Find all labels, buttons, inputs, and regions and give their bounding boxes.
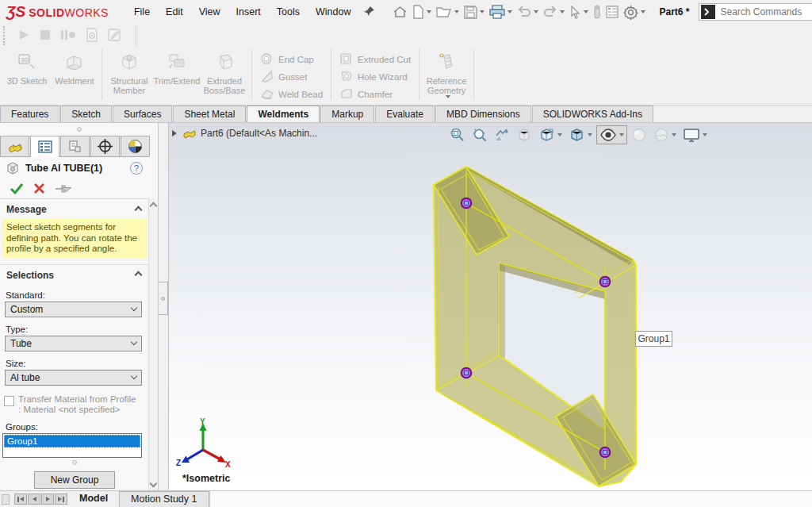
message-section-header[interactable]: Message [0,199,149,217]
ok-button[interactable] [10,182,24,195]
tab-solidworks-add-ins[interactable]: SOLIDWORKS Add-Ins [532,106,653,122]
tab-navigation-buttons [14,494,68,505]
options-list-icon[interactable] [603,4,621,20]
reference-geometry-button[interactable]: Reference Geometry [423,50,470,109]
view-orientation-button[interactable] [536,125,565,144]
path-point[interactable] [600,447,611,458]
group-list-item-selected[interactable]: Group1 [4,435,140,447]
chevron-down-icon[interactable] [588,133,592,136]
view-settings-button[interactable] [680,126,710,144]
magnet-mate-icon[interactable] [591,3,603,21]
size-dropdown[interactable]: Al tube [5,370,142,386]
panel-scrollbar[interactable] [148,199,158,490]
previous-view-button[interactable] [492,126,512,144]
menu-tools[interactable]: Tools [269,3,308,21]
menu-window[interactable]: Window [308,3,358,21]
path-point[interactable] [462,368,472,378]
splitter-knob[interactable] [159,282,168,315]
graphics-viewport[interactable]: Part6 (Default<As Machin... [169,123,812,490]
edit-appearance-button[interactable] [629,125,649,144]
gusset-button[interactable]: Gusset [255,68,312,86]
tab-propertymanager[interactable] [30,136,59,157]
tab-sheet-metal[interactable]: Sheet Metal [173,106,246,122]
tab-displaymanager[interactable] [121,136,150,156]
tab-configurationmanager[interactable] [60,136,90,156]
display-style-button[interactable] [566,125,595,144]
search-commands-box[interactable] [699,3,812,21]
chevron-down-icon[interactable] [619,133,624,136]
extruded-boss-base-button[interactable]: Extruded Boss/Base [201,50,248,95]
settings-gear-button[interactable] [621,3,648,21]
tab-markup[interactable]: Markup [320,106,374,122]
path-point[interactable] [600,277,611,287]
panel-splitter[interactable] [159,123,169,490]
previous-tab-button[interactable] [28,494,40,505]
tab-evaluate[interactable]: Evaluate [375,106,435,122]
cancel-button[interactable] [33,182,45,194]
structural-member-button[interactable]: Structural Member [105,50,153,95]
panel-resize-dot[interactable] [77,127,82,132]
menu-edit[interactable]: Edit [158,3,191,21]
3d-sketch-button[interactable]: 3D 3D Sketch [3,50,51,86]
standard-dropdown[interactable]: Custom [5,302,142,317]
zoom-to-area-button[interactable] [469,125,490,144]
section-view-button[interactable] [514,126,534,144]
pin-menu-icon[interactable] [363,5,376,20]
open-document-button[interactable] [434,3,462,21]
menu-file[interactable]: File [126,3,158,21]
chevron-down-icon[interactable] [703,133,707,136]
hide-show-items-button[interactable] [596,125,627,144]
save-button[interactable] [462,4,487,21]
extruded-cut-button[interactable]: Extruded Cut [335,51,416,68]
tab-weldments[interactable]: Weldments [247,106,320,122]
tab-motion-study-1[interactable]: Motion Study 1 [119,491,209,507]
tab-model[interactable]: Model [68,491,119,507]
menu-insert[interactable]: Insert [228,3,269,21]
tab-featuremanager[interactable] [0,136,29,156]
tab-scroll-stub[interactable] [2,494,10,505]
chamfer-button[interactable]: Chamfer [335,86,397,103]
next-tab-button[interactable] [41,494,54,505]
weld-bead-button[interactable]: Weld Bead [255,86,327,103]
help-icon[interactable]: ? [130,162,143,175]
select-cursor-button[interactable] [567,4,591,21]
redo-button[interactable] [541,4,567,20]
last-tab-button[interactable] [55,494,67,505]
transfer-material-checkbox[interactable] [4,396,14,406]
tab-dimxpertmanager[interactable] [90,136,120,156]
tube-frame-model[interactable] [169,123,812,490]
trim-extend-button[interactable]: Trim/Extend [153,50,201,86]
end-cap-button[interactable]: End Cap [255,51,319,68]
group1-callout[interactable]: Group1 [635,331,672,347]
weldment-button[interactable]: Weldment [51,50,98,86]
hole-wizard-button[interactable]: Hole Wizard [335,68,412,86]
apply-scene-button[interactable] [651,125,679,144]
path-point[interactable] [462,198,472,209]
chevron-down-icon[interactable] [672,133,676,136]
list-resize-dot[interactable] [72,460,77,465]
flyout-feature-tree[interactable]: Part6 (Default<As Machin... [172,127,317,139]
tab-surfaces[interactable]: Surfaces [113,106,172,122]
part-tree-label[interactable]: Part6 (Default<As Machin... [201,128,317,139]
first-tab-button[interactable] [14,494,27,505]
tab-mbd-dimensions[interactable]: MBD Dimensions [435,106,531,122]
expand-tree-icon[interactable] [172,130,177,136]
type-dropdown[interactable]: Tube [5,336,142,351]
search-commands-input[interactable] [718,6,812,18]
undo-button[interactable] [515,4,541,20]
chevron-down-icon[interactable] [557,133,562,136]
pin-button[interactable] [55,183,72,194]
selections-section-header[interactable]: Selections [0,265,149,283]
print-button[interactable] [487,3,515,21]
new-group-button[interactable]: New Group [34,471,115,489]
scroll-up-icon[interactable] [150,202,158,210]
home-button[interactable] [390,3,410,21]
groups-listbox[interactable]: Group1 [2,433,142,458]
zoom-to-fit-button[interactable] [447,125,468,144]
tab-sketch[interactable]: Sketch [60,106,112,122]
menu-view[interactable]: View [191,3,228,21]
new-document-button[interactable] [410,3,434,21]
tab-features[interactable]: Features [0,106,59,122]
toolbar-drag-handle[interactable] [3,26,6,45]
scroll-down-icon[interactable] [150,480,158,488]
